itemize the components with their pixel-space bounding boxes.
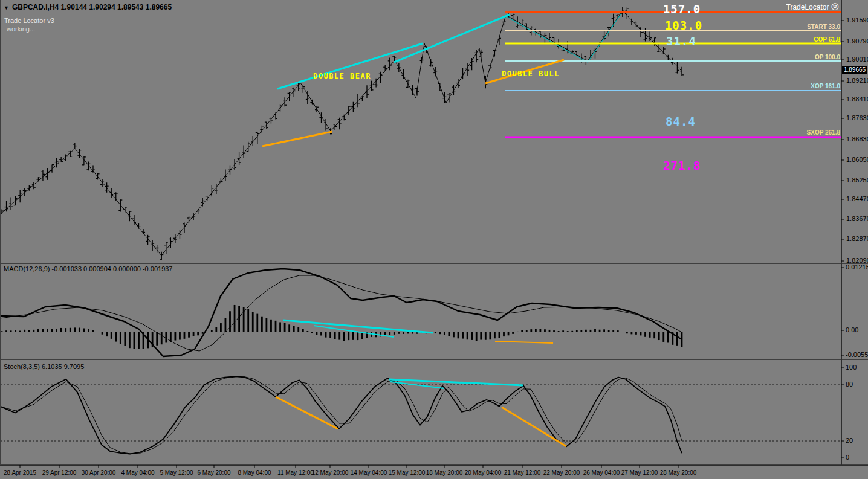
fib-line-tag: OP 100.0 xyxy=(768,54,840,60)
sad-face-icon: ☹ xyxy=(831,2,839,11)
fib-big-label: 103.0 xyxy=(647,20,720,31)
price-axis-label: 1.86050 xyxy=(846,156,868,163)
time-axis-label: 28 May 20:00 xyxy=(654,470,702,476)
tradelocator-label: TradeLocator xyxy=(786,3,829,11)
price-axis-label: 1.90790 xyxy=(846,38,868,45)
price-axis-label: 1.91590 xyxy=(846,17,868,24)
fib-line-tag: START 33.0 xyxy=(768,24,840,30)
fib-big-label: 84.4 xyxy=(644,116,717,127)
indicator-axis-label: 0.012158 xyxy=(846,264,868,271)
ohlc-readout: 1.90144 1.90294 1.89543 1.89665 xyxy=(61,3,172,11)
price-axis-label: 1.88410 xyxy=(846,96,868,103)
price-axis-label: 1.82870 xyxy=(846,236,868,242)
indicator-axis-label: 20 xyxy=(846,437,853,444)
price-axis-label: 1.84470 xyxy=(846,196,868,202)
indicator-axis-label: 80 xyxy=(846,381,853,388)
price-axis-label: 1.83670 xyxy=(846,216,868,222)
pattern-annotation[interactable]: DOUBLE BULL xyxy=(502,70,560,77)
indicator-axis-label: 100 xyxy=(846,364,857,371)
indicator-status-line2: working... xyxy=(7,25,35,33)
chart-title: ▼GBPCAD.I,H4 1.90144 1.90294 1.89543 1.8… xyxy=(4,3,172,11)
macd-label: MACD(12,26,9) -0.001033 0.000904 0.00000… xyxy=(4,266,173,272)
chart-canvas[interactable] xyxy=(0,0,868,479)
tradelocator-watermark: TradeLocator☹ xyxy=(786,2,840,11)
fib-line-tag: COP 61.8 xyxy=(768,37,840,43)
price-axis-label: 1.85250 xyxy=(846,177,868,184)
current-price-tag: 1.89665 xyxy=(842,66,867,74)
pattern-annotation[interactable]: DOUBLE BEAR xyxy=(313,72,371,80)
fib-big-label: 271.8 xyxy=(646,160,718,172)
chevron-down-icon[interactable]: ▼ xyxy=(4,5,9,11)
fib-big-label: 157.0 xyxy=(646,4,718,15)
fib-line-tag: SXOP 261.8 xyxy=(768,130,840,136)
price-axis-label: 1.86830 xyxy=(846,136,868,143)
fib-line-tag: XOP 161.0 xyxy=(768,83,840,89)
fib-big-label: 31.4 xyxy=(645,36,717,47)
price-axis-label: 1.87630 xyxy=(846,115,868,121)
indicator-status-line1: Trade Locator v3 xyxy=(4,17,54,24)
symbol-timeframe: GBPCAD.I,H4 xyxy=(12,3,59,11)
price-axis-label: 1.89210 xyxy=(846,77,868,84)
indicator-axis-label: -0.005501 xyxy=(846,352,868,358)
indicator-axis-label: 0.00 xyxy=(846,327,858,333)
price-axis-label: 1.90010 xyxy=(846,56,868,63)
chart-window: ▼GBPCAD.I,H4 1.90144 1.90294 1.89543 1.8… xyxy=(0,0,868,479)
indicator-axis-label: 0 xyxy=(846,454,849,461)
stoch-label: Stoch(8,3,5) 6.1035 9.7095 xyxy=(4,364,84,370)
